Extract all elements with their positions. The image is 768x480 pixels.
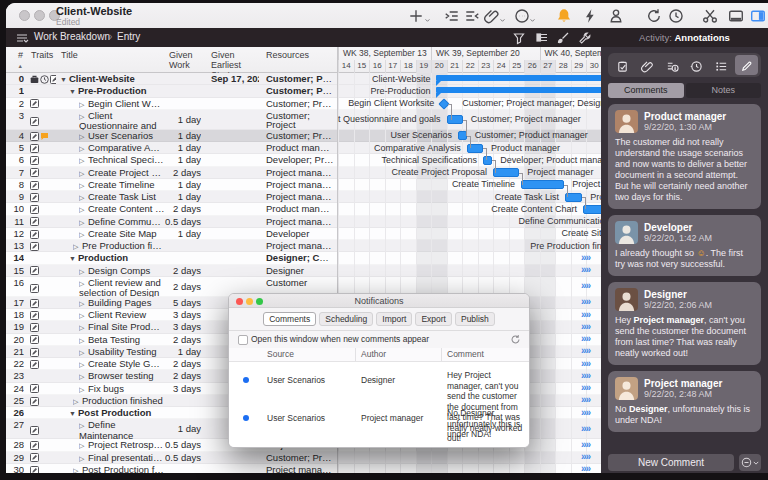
resources-person-icon[interactable] (608, 8, 624, 24)
offscreen-bar-marker[interactable]: »» (581, 370, 590, 381)
format-text-icon[interactable] (535, 31, 549, 45)
chevron-down-icon[interactable] (528, 12, 537, 28)
conflicts-bolt-icon[interactable] (582, 8, 598, 24)
notif-tab-export[interactable]: Export (415, 312, 452, 326)
sync-icon[interactable] (646, 8, 662, 24)
given-work: 2 days (165, 167, 201, 179)
panel-right-icon[interactable] (750, 8, 766, 24)
settings-wrench-icon[interactable] (578, 31, 592, 45)
circle-minus-icon (741, 457, 752, 468)
offscreen-bar-marker[interactable]: »» (581, 296, 590, 307)
column-header-resources[interactable]: Resources (266, 47, 337, 73)
notif-column-comment[interactable]: Comment (447, 349, 484, 359)
resources: Product manager (266, 203, 334, 215)
offscreen-bar-marker[interactable]: »» (581, 309, 590, 320)
tab-notes[interactable]: Notes (686, 83, 762, 98)
column-header-#[interactable]: #▲ (6, 47, 23, 73)
notif-tab-comments[interactable]: Comments (263, 312, 316, 326)
view-icon[interactable] (15, 31, 29, 45)
chevron-down-icon[interactable] (498, 12, 507, 28)
notif-zoom-button[interactable] (256, 298, 263, 305)
history-clock-icon[interactable] (668, 8, 684, 24)
style-brush-icon[interactable] (556, 31, 570, 45)
notif-author: Project manager (361, 413, 443, 424)
task-bar[interactable] (521, 180, 564, 189)
panel-bottom-icon[interactable] (728, 8, 744, 24)
expand-arrow[interactable]: ▷ (73, 465, 82, 473)
breadcrumb-view[interactable]: Work Breakdown (34, 31, 110, 42)
new-comment-button[interactable]: New Comment (608, 454, 734, 471)
offscreen-bar-marker[interactable]: »» (581, 264, 590, 275)
notifications-table-header: SourceAuthorComment (229, 348, 529, 362)
expand-arrow[interactable]: ▷ (79, 112, 88, 122)
row-traits (30, 358, 56, 370)
gantt-task-label: Create Project Proposal (337, 167, 487, 177)
budget-doc-icon[interactable] (661, 55, 684, 75)
gantt-resource-label: Project manager (590, 192, 601, 202)
resources: Customer; Project… (266, 73, 334, 85)
column-header-given-earliest-start[interactable]: Given Earliest Start (211, 47, 262, 73)
unread-dot (243, 377, 249, 383)
expand-arrow[interactable]: ▷ (79, 421, 88, 431)
comment-card[interactable]: Product manager9/22/20, 1:30 AMThe custo… (608, 104, 761, 209)
offscreen-bar-marker[interactable]: »» (581, 358, 590, 369)
offscreen-bar-marker[interactable]: »» (581, 407, 590, 418)
notifications-bell-icon[interactable] (556, 8, 572, 24)
refresh-icon[interactable] (510, 334, 521, 345)
comment-card[interactable]: Project manager9/22/20, 2:48 AMNo Design… (608, 371, 761, 432)
annotations-pencil-icon[interactable] (735, 55, 758, 75)
indent-icon[interactable] (444, 8, 460, 24)
task-title: ▷Pre Production finished (73, 240, 165, 253)
task-bar[interactable] (447, 115, 463, 124)
offscreen-bar-marker[interactable]: »» (581, 345, 590, 356)
summary-bar[interactable] (436, 87, 601, 94)
offscreen-bar-marker[interactable]: »» (581, 451, 590, 462)
filter-funnel-icon[interactable] (512, 31, 526, 45)
row-traits (30, 228, 56, 240)
offscreen-bar-marker[interactable]: »» (581, 394, 590, 405)
task-bar[interactable] (483, 156, 492, 165)
remove-comment-button[interactable] (739, 454, 761, 471)
offscreen-bar-marker[interactable]: »» (581, 439, 590, 450)
add-icon[interactable] (408, 8, 424, 24)
approve-clipboard-icon[interactable] (611, 55, 634, 75)
offscreen-bar-marker[interactable]: »» (581, 333, 590, 344)
notif-tab-publish[interactable]: Publish (455, 312, 495, 326)
notif-tab-scheduling[interactable]: Scheduling (319, 312, 373, 326)
row-number: 12 (6, 228, 24, 240)
gantt-resource-label: Product manager (491, 143, 560, 153)
cut-scissors-icon[interactable] (702, 8, 718, 24)
column-header-traits[interactable]: Traits (31, 47, 57, 73)
outdent-icon[interactable] (464, 8, 480, 24)
notif-tab-import[interactable]: Import (376, 312, 412, 326)
minimize-window-button[interactable] (34, 10, 45, 21)
expand-arrow[interactable]: ▷ (79, 279, 88, 289)
offscreen-bar-marker[interactable]: »» (581, 463, 590, 473)
fields-list-icon[interactable] (710, 55, 733, 75)
comment-card[interactable]: Developer9/22/20, 1:42 AMI already thoug… (608, 215, 761, 276)
notif-minimize-button[interactable] (246, 298, 253, 305)
breadcrumb-mode[interactable]: Entry (117, 31, 140, 42)
column-header-given-work[interactable]: Given Work (169, 47, 207, 73)
comment-card[interactable]: Designer9/22/20, 2:06 AMHey Project mana… (608, 282, 761, 365)
offscreen-bar-marker[interactable]: »» (581, 280, 590, 291)
summary-bar[interactable] (436, 75, 601, 82)
notif-close-button[interactable] (236, 298, 243, 305)
task-bar[interactable] (493, 168, 519, 177)
attachments-paperclip-icon[interactable] (636, 55, 659, 75)
offscreen-bar-marker[interactable]: »» (581, 423, 590, 434)
notif-column-source[interactable]: Source (267, 349, 294, 359)
tab-comments[interactable]: Comments (608, 83, 684, 98)
summary-bar-notch (436, 93, 441, 98)
avatar (615, 377, 638, 400)
history-clock-icon[interactable] (685, 55, 708, 75)
chevron-down-icon[interactable] (423, 12, 432, 28)
offscreen-bar-marker[interactable]: »» (581, 252, 590, 263)
offscreen-bar-marker[interactable]: »» (581, 382, 590, 393)
open-on-new-comments-checkbox[interactable] (238, 335, 248, 345)
offscreen-bar-marker[interactable]: »» (581, 321, 590, 332)
row-traits (30, 142, 56, 154)
column-header-title[interactable]: Title (61, 47, 165, 73)
close-window-button[interactable] (19, 10, 30, 21)
notif-column-author[interactable]: Author (361, 349, 386, 359)
